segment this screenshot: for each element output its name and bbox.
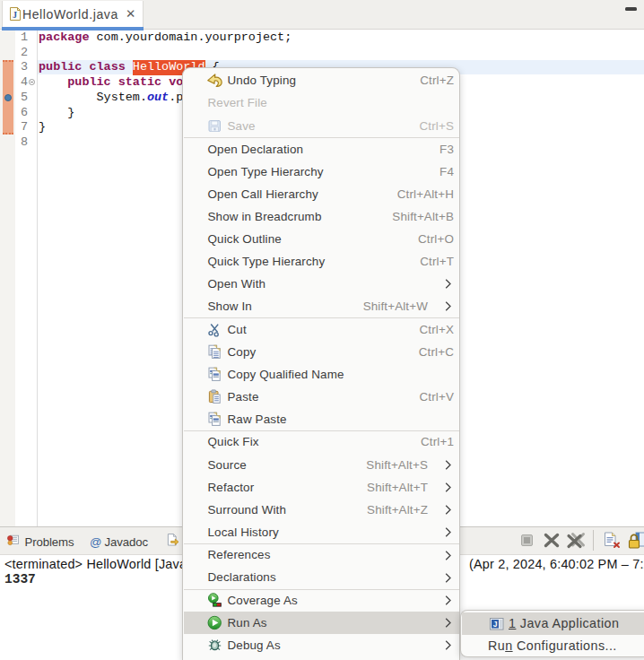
svg-text:J: J	[493, 619, 498, 628]
svg-text:J: J	[13, 10, 17, 20]
